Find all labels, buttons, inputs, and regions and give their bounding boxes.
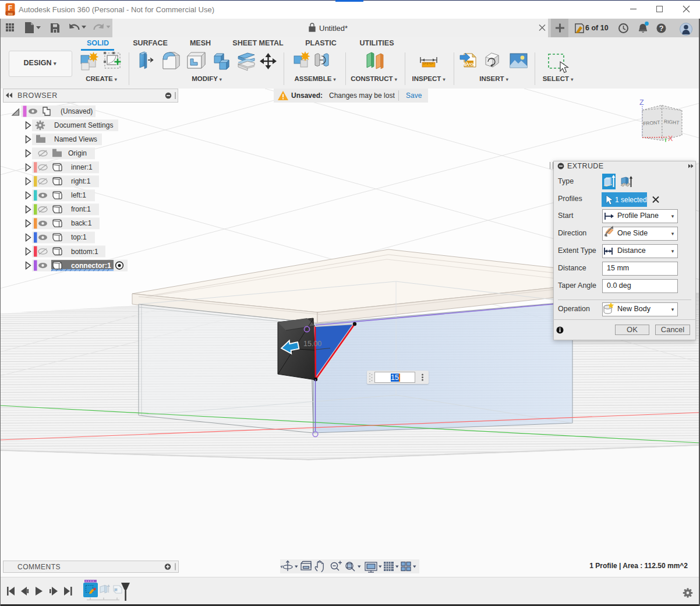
svg-text:Z: Z [639, 98, 644, 107]
svg-text:15.00: 15.00 [303, 340, 321, 348]
svg-text:SVG: SVG [464, 62, 474, 67]
svg-text:F: F [8, 4, 12, 12]
svg-text:X: X [668, 135, 673, 143]
svg-text:1 selected: 1 selected [615, 196, 647, 204]
svg-text:360: 360 [8, 12, 13, 16]
svg-text:?: ? [659, 24, 664, 33]
